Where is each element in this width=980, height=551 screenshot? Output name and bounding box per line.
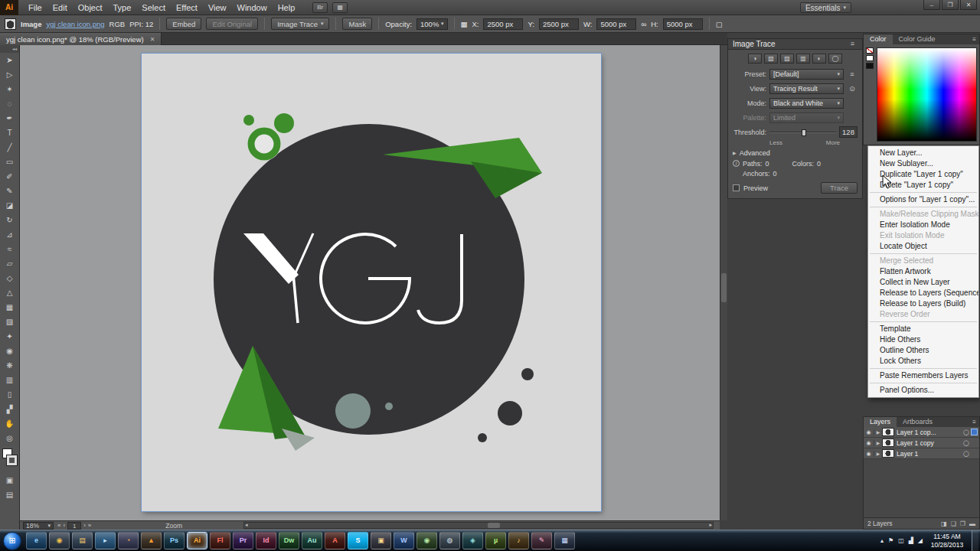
context-menu-item[interactable]: Enter Isolation Mode xyxy=(868,220,978,230)
color-spectrum[interactable] xyxy=(877,47,977,142)
skype[interactable]: S xyxy=(348,532,368,549)
dreamweaver[interactable]: Dw xyxy=(279,532,299,549)
menu-item[interactable]: File xyxy=(23,0,47,15)
acrobat-reader[interactable]: A xyxy=(325,532,345,549)
blend-tool[interactable]: ◉ xyxy=(1,344,19,358)
white-swatch[interactable] xyxy=(866,55,874,61)
vlc-player[interactable]: ▲ xyxy=(141,532,162,549)
menu-item[interactable]: Effect xyxy=(171,0,203,15)
constrain-proportions-icon[interactable]: ∞ xyxy=(641,20,646,28)
layer-name[interactable]: Layer 1 copy xyxy=(894,439,962,447)
threshold-slider[interactable] xyxy=(769,128,836,137)
document-tab[interactable]: ygj clean icon.png* @ 18% (RGB/Preview) … xyxy=(0,33,162,45)
rectangle-tool[interactable]: ▭ xyxy=(1,155,19,169)
slice-tool[interactable]: ▞ xyxy=(1,402,19,416)
crop-icon[interactable]: ▢ xyxy=(716,20,723,28)
menu-item[interactable]: Window xyxy=(232,0,273,15)
visibility-toggle-icon[interactable]: ◉ xyxy=(864,429,874,435)
maximize-button[interactable]: ❐ xyxy=(942,0,959,10)
context-menu-item[interactable]: Hide Others xyxy=(868,334,978,345)
selection-tool[interactable]: ➤ xyxy=(1,53,19,67)
trace-button[interactable]: Trace xyxy=(821,182,858,194)
paintbrush-tool[interactable]: ✐ xyxy=(1,169,19,184)
launch-bridge-button[interactable]: Br xyxy=(312,2,328,13)
vertical-scrollbar[interactable] xyxy=(720,45,727,520)
target-icon[interactable]: ◯ xyxy=(962,440,971,446)
menu-item[interactable]: View xyxy=(203,0,232,15)
y-input[interactable]: 2500 px xyxy=(539,18,579,30)
zoom-level-input[interactable]: 18% ▾ xyxy=(23,522,54,530)
horizontal-scrollbar-thumb[interactable] xyxy=(488,523,500,528)
perspective-grid-tool[interactable]: △ xyxy=(1,285,19,300)
target-icon[interactable]: ◯ xyxy=(962,429,971,435)
collapse-toolbar-icon[interactable]: ◂◂ xyxy=(0,45,19,53)
black-white-preset-icon[interactable]: ◐ xyxy=(812,54,826,64)
action-center-icon[interactable]: ⚑ xyxy=(888,537,893,544)
mask-button[interactable]: Mask xyxy=(342,18,372,30)
magic-wand-tool[interactable]: ✶ xyxy=(1,82,19,96)
visibility-toggle-icon[interactable]: ◉ xyxy=(864,451,874,457)
menu-item[interactable]: Object xyxy=(73,0,108,15)
context-menu-item[interactable]: New Sublayer... xyxy=(868,158,978,169)
context-menu-item[interactable]: Locate Object xyxy=(868,241,978,252)
delete-layer-button[interactable]: ▬ xyxy=(969,520,975,527)
context-menu-item[interactable]: Outline Others xyxy=(868,345,978,356)
direct-selection-tool[interactable]: ▷ xyxy=(1,67,19,82)
gradient-tool[interactable]: ▨ xyxy=(1,315,19,329)
context-menu-item[interactable]: Lock Others xyxy=(868,356,978,367)
photoshop[interactable]: Ps xyxy=(164,532,185,549)
view-dropdown[interactable]: Tracing Result ▾ xyxy=(769,83,844,94)
tab-artboards[interactable]: Artboards xyxy=(897,417,939,427)
previous-artboard-button[interactable]: ‹ xyxy=(63,522,65,529)
mesh-tool[interactable]: ▦ xyxy=(1,300,19,315)
layer-name[interactable]: Layer 1 xyxy=(894,450,962,458)
horizontal-scrollbar[interactable]: ◂ ▸ xyxy=(243,522,714,529)
symbol-sprayer-tool[interactable]: ❋ xyxy=(1,358,19,373)
steam[interactable]: ◍ xyxy=(439,532,460,549)
rotate-tool[interactable]: ↻ xyxy=(1,213,19,227)
context-menu-item[interactable]: Collect in New Layer xyxy=(868,277,978,288)
pencil-tool[interactable]: ✎ xyxy=(1,184,19,198)
scale-tool[interactable]: ⊿ xyxy=(1,227,19,242)
tray-expand-icon[interactable]: ▴ xyxy=(880,537,884,544)
expand-layer-icon[interactable]: ▶ xyxy=(874,451,882,456)
new-sublayer-button[interactable]: ❏ xyxy=(951,520,956,527)
zoom-tool[interactable]: ◎ xyxy=(1,431,19,445)
filename-link[interactable]: ygj clean icon.png xyxy=(46,20,104,28)
flash-professional[interactable]: Fl xyxy=(210,532,230,549)
new-layer-button[interactable]: ❐ xyxy=(960,520,965,527)
illustrator[interactable]: Ai xyxy=(187,532,207,549)
tab-color[interactable]: Color xyxy=(864,34,893,44)
panel-menu-icon[interactable]: ≡ xyxy=(969,417,979,427)
width-tool[interactable]: ≈ xyxy=(1,242,19,256)
slider-thumb[interactable] xyxy=(802,129,806,136)
threshold-input[interactable]: 128 xyxy=(839,126,858,138)
media-center[interactable]: ◈ xyxy=(462,532,483,549)
canvas[interactable] xyxy=(20,45,720,520)
workspace-switcher[interactable]: Essentials ▾ xyxy=(800,2,851,13)
minimize-button[interactable]: – xyxy=(923,0,940,10)
file-explorer[interactable]: ▤ xyxy=(72,532,93,549)
h-input[interactable]: 5000 px xyxy=(663,18,703,30)
preset-dropdown[interactable]: [Default] ▾ xyxy=(769,69,844,80)
scroll-right-icon[interactable]: ▸ xyxy=(709,522,712,528)
draw-normal-mode-button[interactable]: ▣ xyxy=(1,473,19,487)
line-segment-tool[interactable]: ╱ xyxy=(1,140,19,155)
expand-layer-icon[interactable]: ▶ xyxy=(874,429,882,435)
context-menu-item[interactable]: Flatten Artwork xyxy=(868,266,978,277)
low-color-preset-icon[interactable]: ▨ xyxy=(780,54,794,64)
firefox[interactable]: ◔ xyxy=(118,532,139,549)
artboard-tool[interactable]: ▯ xyxy=(1,387,19,402)
battery-icon[interactable]: ◫ xyxy=(898,537,904,544)
menu-item[interactable]: Type xyxy=(108,0,137,15)
black-swatch[interactable] xyxy=(866,63,874,69)
menu-item[interactable]: Select xyxy=(136,0,171,15)
camera-app[interactable]: ◉ xyxy=(416,532,437,549)
layer-row[interactable]: ◉ ▶ Layer 1 cop... ◯ xyxy=(864,427,979,438)
auto-color-preset-icon[interactable]: ◑ xyxy=(748,54,762,64)
eraser-tool[interactable]: ◪ xyxy=(1,198,19,213)
high-color-preset-icon[interactable]: ▧ xyxy=(764,54,778,64)
free-transform-tool[interactable]: ▱ xyxy=(1,256,19,271)
show-desktop-button[interactable] xyxy=(972,530,978,551)
advanced-expander[interactable]: ▶ Advanced xyxy=(733,147,858,158)
